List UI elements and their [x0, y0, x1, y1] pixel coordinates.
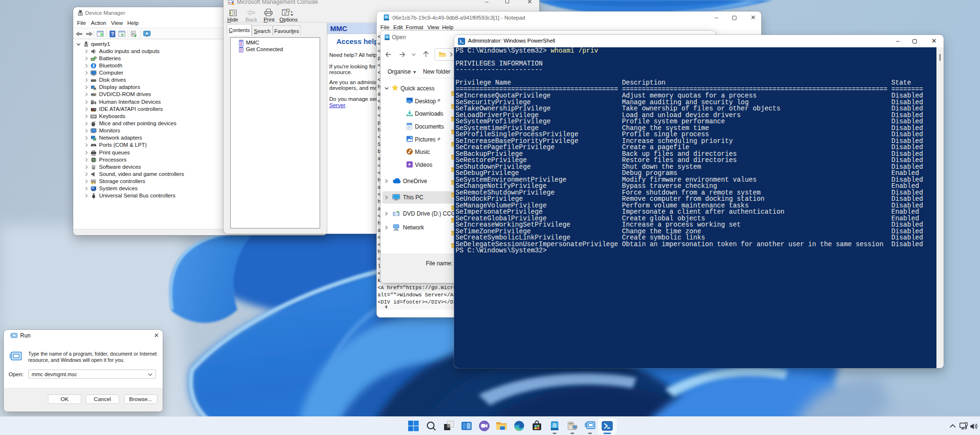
svg-text:?: ? — [111, 31, 114, 37]
